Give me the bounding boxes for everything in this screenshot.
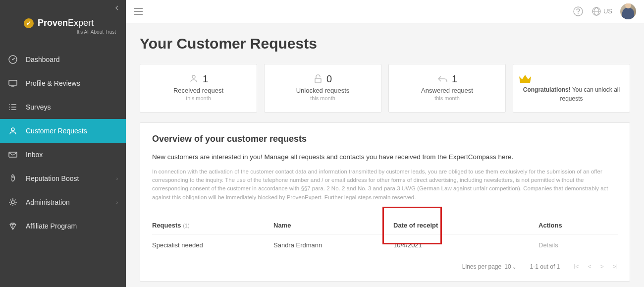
sidebar-item-administration[interactable]: Administration ›	[0, 190, 126, 214]
rocket-icon	[8, 173, 18, 183]
col-header-requests: Requests	[152, 222, 181, 229]
stat-value: 1	[452, 73, 457, 85]
user-icon	[8, 126, 18, 136]
cell-name: Sandra Erdmann	[273, 241, 382, 249]
sidebar-collapse-button[interactable]	[114, 5, 120, 11]
lock-icon	[314, 74, 322, 84]
brand-name-a: Proven	[38, 18, 68, 28]
lines-per-page-label: Lines per page	[462, 263, 501, 270]
gear-icon	[8, 197, 18, 207]
nav-label: Administration	[26, 198, 70, 206]
brand-name-b: Expert	[68, 18, 94, 28]
sidebar-item-profile-reviews[interactable]: Profile & Reviews	[0, 71, 126, 95]
stat-answered-request: 1 Answered request this month	[388, 64, 506, 113]
pagination-range: 1-1 out of 1	[530, 263, 560, 270]
nav-label: Affiliate Program	[26, 222, 77, 230]
locale-switcher[interactable]: US	[591, 6, 612, 16]
svg-point-10	[192, 75, 195, 78]
stat-congratulations: Congratulations! You can unlock all requ…	[513, 64, 630, 113]
page-next-button[interactable]: >	[600, 263, 604, 270]
sidebar-item-customer-requests[interactable]: Customer Requests	[0, 119, 126, 143]
legal-text: In connection with the activation of the…	[152, 168, 618, 202]
locale-label: US	[603, 7, 612, 15]
nav-label: Dashboard	[26, 56, 60, 63]
stat-label: Unlocked requests	[269, 87, 376, 94]
chevron-down-icon: ⌄	[512, 264, 516, 270]
svg-point-1	[12, 59, 14, 60]
congrats-text: Congratulations! You can unlock all requ…	[518, 85, 625, 103]
col-header-actions: Actions	[538, 222, 618, 229]
stat-sub: this month	[145, 95, 252, 101]
page-prev-button[interactable]: <	[588, 263, 591, 270]
user-avatar[interactable]	[620, 3, 636, 19]
sidebar-nav: Dashboard Profile & Reviews Surveys Cust…	[0, 48, 126, 238]
requests-count: (1)	[183, 223, 189, 229]
stats-row: 1 Received request this month 0 Unlocked…	[140, 64, 630, 113]
chevron-right-icon: ›	[116, 200, 118, 205]
stat-value: 0	[326, 73, 332, 85]
sidebar-item-reputation-boost[interactable]: Reputation Boost ›	[0, 167, 126, 190]
hamburger-menu-button[interactable]	[134, 8, 143, 15]
col-header-name: Name	[273, 222, 382, 229]
sidebar-item-surveys[interactable]: Surveys	[0, 95, 126, 119]
topbar: US	[126, 0, 644, 23]
col-header-date: Date of receipt	[393, 222, 438, 229]
stat-received-request: 1 Received request this month	[140, 64, 257, 113]
lines-per-page-select[interactable]: 10⌄	[504, 263, 516, 270]
help-button[interactable]	[573, 6, 584, 17]
mail-icon	[8, 150, 18, 160]
overview-title: Overview of your customer requests	[152, 134, 618, 144]
crown-icon	[518, 73, 625, 84]
reply-icon	[437, 75, 448, 83]
pagination: Lines per page 10⌄ 1-1 out of 1 I< < > >…	[152, 256, 618, 270]
svg-rect-11	[315, 78, 321, 83]
stat-sub: this month	[269, 95, 376, 101]
overview-card: Overview of your customer requests New c…	[140, 122, 630, 282]
diamond-icon	[8, 221, 18, 231]
page-title: Your Customer Requests	[140, 35, 630, 52]
logo-check-icon: ✓	[24, 18, 34, 28]
page-first-button[interactable]: I<	[574, 263, 579, 270]
table-row[interactable]: Specialist needed Sandra Erdmann 10/4/20…	[152, 234, 618, 256]
stat-value: 1	[203, 73, 208, 85]
nav-label: Profile & Reviews	[26, 79, 80, 87]
sidebar-item-dashboard[interactable]: Dashboard	[0, 48, 126, 71]
chevron-right-icon: ›	[116, 176, 118, 181]
nav-label: Surveys	[26, 103, 51, 111]
stat-sub: this month	[394, 95, 500, 101]
sidebar-item-inbox[interactable]: Inbox	[0, 143, 126, 167]
page-last-button[interactable]: >I	[613, 263, 618, 270]
stat-unlocked-requests: 0 Unlocked requests this month	[264, 64, 381, 113]
svg-point-6	[11, 201, 14, 204]
svg-point-5	[12, 176, 14, 178]
svg-rect-2	[9, 80, 17, 85]
list-icon	[8, 102, 18, 112]
details-link[interactable]: Details	[538, 241, 558, 249]
gauge-icon	[8, 55, 18, 64]
nav-label: Inbox	[26, 151, 43, 159]
brand-logo[interactable]: ✓ ProvenExpert It's All About Trust	[0, 0, 126, 43]
main-content: US Your Customer Requests 1 Received req…	[126, 0, 644, 287]
sidebar: ✓ ProvenExpert It's All About Trust Dash…	[0, 0, 126, 287]
stat-label: Received request	[145, 87, 252, 94]
monitor-icon	[8, 78, 18, 88]
stat-label: Answered request	[394, 87, 500, 94]
overview-description: New customers are interested in you! Man…	[152, 153, 618, 161]
sidebar-item-affiliate-program[interactable]: Affiliate Program	[0, 214, 126, 238]
requests-table: Requests (1) Name Date of receipt Action…	[152, 217, 618, 270]
nav-label: Customer Requests	[26, 127, 87, 135]
cell-date: 10/4/2021	[382, 241, 447, 249]
globe-icon	[591, 6, 601, 16]
nav-label: Reputation Boost	[26, 174, 79, 182]
svg-point-3	[11, 128, 14, 131]
user-icon	[189, 74, 199, 84]
svg-rect-4	[9, 152, 17, 157]
svg-point-8	[578, 13, 579, 14]
brand-tagline: It's All About Trust	[24, 29, 116, 35]
cell-request: Specialist needed	[152, 241, 273, 249]
